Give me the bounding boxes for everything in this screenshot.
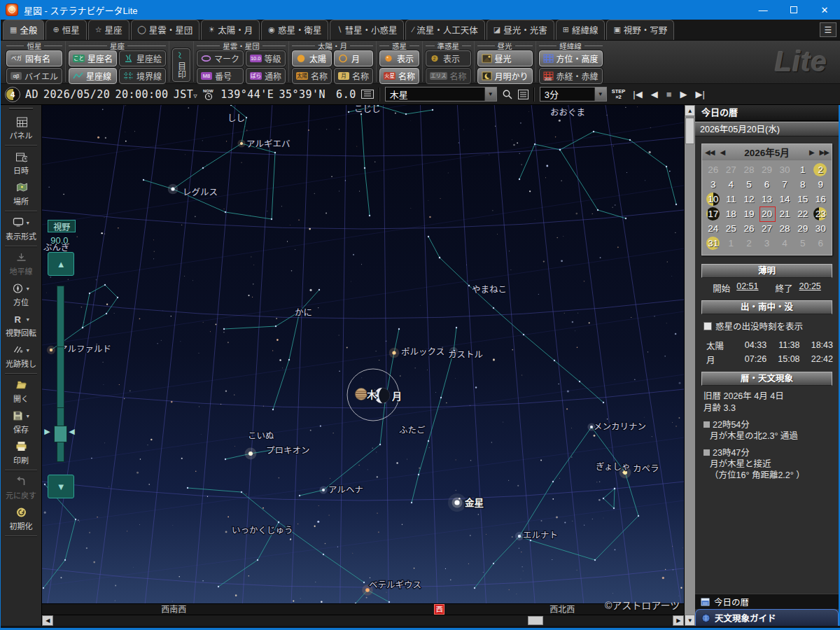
sidebar-item-印刷[interactable]: 印刷 — [1, 438, 41, 468]
calendar-day[interactable]: 26 — [740, 221, 758, 236]
calendar-day[interactable]: 19 — [740, 206, 758, 221]
toolbar-button-バイエル[interactable]: αβバイエル — [6, 68, 62, 84]
sidebar-item-表示形式[interactable]: ▼表示形式 — [1, 214, 41, 244]
sidebar-item-日時[interactable]: 日時 — [1, 148, 41, 178]
panel-tab-天文現象ガイド[interactable]: 天文現象ガイド — [695, 609, 839, 626]
play-forward-button[interactable]: ▶ — [680, 89, 687, 99]
skip-to-end-button[interactable]: ▶| — [696, 89, 705, 99]
fov-zoom-in-button[interactable]: ▲ — [48, 252, 74, 276]
toolbar-button-表示[interactable]: 2表示 — [426, 50, 471, 66]
calendar-day[interactable]: 2 — [740, 236, 758, 251]
toolbar-button-赤経・赤緯[interactable]: 2000赤経・赤緯 — [539, 68, 603, 84]
scroll-up-icon[interactable]: ▲ — [685, 105, 695, 116]
maximize-button[interactable] — [778, 0, 809, 20]
tab-星座[interactable]: ☆星座 — [88, 20, 130, 40]
calendar-day[interactable]: 21 — [776, 206, 794, 221]
longitude-field[interactable]: 139°44'E — [220, 88, 274, 101]
calendar-day[interactable]: 14 — [776, 192, 794, 206]
sidebar-item-保存[interactable]: ▼保存 — [1, 407, 41, 438]
calendar-day[interactable]: 10 — [704, 192, 722, 206]
calendar-day[interactable]: 4 — [776, 236, 794, 251]
calendar-day[interactable]: 4 — [722, 177, 741, 192]
vertical-scroll-thumb[interactable] — [685, 118, 694, 144]
sidebar-item-場所[interactable]: 場所 — [1, 178, 41, 209]
calendar-day[interactable]: 8 — [794, 177, 812, 192]
horizontal-scroll-thumb[interactable] — [528, 616, 543, 625]
calendar-day[interactable]: 18 — [722, 206, 741, 221]
twilight-start-link[interactable]: 02:51 — [736, 281, 758, 295]
sidebar-item-視野回転[interactable]: R▼視野回転 — [1, 310, 41, 341]
next-month-button[interactable]: ▶ — [806, 148, 817, 156]
toolbar-button-名称[interactable]: 太陽名称 — [292, 68, 332, 84]
chevron-down-icon[interactable]: ▼ — [594, 88, 606, 101]
sidebar-item-初期化[interactable]: 初期化 — [1, 503, 41, 534]
toolbar-button-星座線[interactable]: 星座線 — [69, 68, 117, 84]
calendar-day-today[interactable]: 20 — [758, 206, 776, 221]
calendar-day[interactable]: 17 — [704, 206, 722, 221]
calendar-day[interactable]: 12 — [740, 192, 758, 206]
ribbon-menu-icon[interactable]: ☰ — [820, 22, 836, 37]
vertical-scrollbar[interactable]: ▲ ▼ — [684, 105, 695, 626]
toolbar-button-名称[interactable]: 火星名称 — [379, 68, 419, 84]
toolbar-button-月[interactable]: 月 — [334, 50, 373, 66]
calendar-day[interactable]: 30 — [776, 162, 794, 177]
calendar-day[interactable]: 3 — [704, 177, 722, 192]
toolbar-button-昼光[interactable]: 昼光 — [477, 50, 533, 66]
toolbar-button-星座絵[interactable]: 星座絵 — [119, 50, 166, 66]
tab-恒星[interactable]: ⊕恒星 — [46, 20, 86, 40]
date-field[interactable]: 2026/05/20 — [43, 88, 110, 101]
calendar-day[interactable]: 3 — [758, 236, 776, 251]
calendar-day[interactable]: 30 — [811, 221, 830, 236]
skip-to-start-button[interactable]: |◀ — [633, 89, 642, 99]
limit-magnitude-field[interactable]: 6.0 — [336, 88, 356, 101]
search-icon[interactable] — [502, 89, 513, 100]
calendar-day[interactable]: 9 — [811, 177, 830, 192]
latitude-field[interactable]: 35°39'N — [279, 88, 326, 101]
sky-chart[interactable]: ししこじしおおぐまアルギエバレグルスやまねこかにアルファルドぶんぎポルックスカス… — [42, 105, 684, 603]
stop-button[interactable]: ■ — [666, 89, 672, 99]
prev-year-button[interactable]: ◀◀ — [702, 148, 717, 156]
minimize-button[interactable]: — — [748, 0, 778, 20]
toolbar-button-マーク[interactable]: マーク — [197, 50, 244, 66]
calendar-day[interactable]: 15 — [794, 192, 812, 206]
sidebar-item-方位[interactable]: ▼方位 — [1, 279, 41, 310]
tab-流星・人工天体[interactable]: ∕流星・人工天体 — [405, 20, 484, 40]
twilight-end-link[interactable]: 20:25 — [799, 281, 821, 295]
calendar-day[interactable]: 29 — [758, 162, 776, 177]
tab-星雲・星団[interactable]: ◯星雲・星団 — [131, 20, 200, 40]
calendar-day[interactable]: 27 — [758, 221, 776, 236]
sidebar-item-開く[interactable]: 開く — [1, 376, 41, 407]
calendar-day[interactable]: 6 — [758, 177, 776, 192]
toolbar-button-表示[interactable]: 表示 — [379, 50, 419, 66]
toolbar-button-星座名[interactable]: こと星座名 — [69, 50, 117, 66]
tab-太陽・月[interactable]: ☀太陽・月 — [201, 20, 260, 40]
toolbar-button-固有名[interactable]: ベガ固有名 — [6, 50, 62, 66]
panel-tab-今日の暦[interactable]: 今日の暦 — [695, 594, 839, 609]
tab-昼光・光害[interactable]: ◪昼光・光害 — [486, 20, 554, 40]
horizontal-scrollbar[interactable]: ◀ ▶ — [42, 615, 684, 626]
next-year-button[interactable]: ▶▶ — [817, 148, 832, 156]
step-back-button[interactable]: ◀ — [651, 89, 658, 99]
calendar-day[interactable]: 1 — [794, 162, 812, 177]
fov-zoom-out-button[interactable]: ▼ — [48, 475, 74, 498]
calendar-day[interactable]: 11 — [722, 192, 741, 206]
calendar-day[interactable]: 27 — [722, 162, 741, 177]
close-button[interactable]: ✕ — [809, 0, 840, 20]
calendar-day[interactable]: 7 — [776, 177, 794, 192]
toolbar-button-名称[interactable]: 月名称 — [334, 68, 373, 84]
keypad-icon[interactable] — [361, 90, 374, 99]
tab-彗星・小惑星[interactable]: ∖彗星・小惑星 — [330, 20, 404, 40]
toolbar-button-名称[interactable]: エリス名称 — [426, 68, 471, 84]
show-planet-riseset-checkbox[interactable] — [704, 322, 712, 330]
calendar-day[interactable]: 28 — [776, 221, 794, 236]
scroll-left-icon[interactable]: ◀ — [42, 615, 53, 626]
calendar-day[interactable]: 6 — [811, 236, 830, 251]
toolbar-button-等級[interactable]: 10.0等級 — [246, 50, 286, 66]
calendar-day[interactable]: 22 — [794, 206, 812, 221]
now-button[interactable]: NOW — [202, 88, 216, 101]
calendar-day[interactable]: 13 — [758, 192, 776, 206]
target-search-combobox[interactable]: 木星 ▼ — [385, 87, 497, 102]
step-multiplier-icon[interactable]: STEP×2 — [612, 89, 626, 100]
time-field[interactable]: 20:00:00 — [115, 88, 168, 101]
prev-month-button[interactable]: ◀ — [717, 148, 727, 156]
